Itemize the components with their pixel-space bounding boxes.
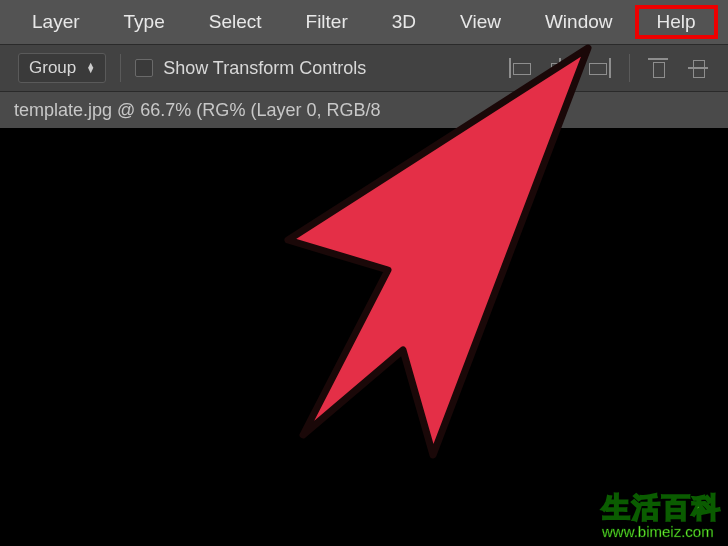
menu-bar: Layer Type Select Filter 3D View Window … — [0, 0, 728, 44]
watermark-url: www.bimeiz.com — [602, 523, 722, 540]
menu-3d[interactable]: 3D — [370, 5, 438, 39]
show-transform-controls[interactable]: Show Transform Controls — [135, 58, 366, 79]
checkbox-icon — [135, 59, 153, 77]
menu-view[interactable]: View — [438, 5, 523, 39]
document-title-start: template.jpg @ 66.7% (RG — [14, 100, 229, 121]
document-title-end: % (Layer 0, RGB/8 — [229, 100, 380, 121]
document-tab[interactable]: template.jpg @ 66.7% (RG % (Layer 0, RGB… — [4, 94, 390, 127]
menu-select[interactable]: Select — [187, 5, 284, 39]
document-tab-bar: template.jpg @ 66.7% (RG % (Layer 0, RGB… — [0, 92, 728, 128]
group-dropdown[interactable]: Group ▲▼ — [18, 53, 106, 83]
menu-type[interactable]: Type — [102, 5, 187, 39]
options-bar: Group ▲▼ Show Transform Controls — [0, 44, 728, 92]
align-top-icon[interactable] — [648, 58, 670, 78]
menu-window[interactable]: Window — [523, 5, 635, 39]
group-dropdown-label: Group — [29, 58, 76, 78]
canvas-area[interactable] — [0, 128, 728, 546]
menu-filter[interactable]: Filter — [284, 5, 370, 39]
show-transform-label: Show Transform Controls — [163, 58, 366, 79]
align-center-horizontal-icon[interactable] — [549, 58, 571, 78]
menu-layer[interactable]: Layer — [10, 5, 102, 39]
watermark: 生活百科 www.bimeiz.com — [602, 489, 722, 540]
menu-help[interactable]: Help — [635, 5, 718, 39]
align-left-icon[interactable] — [509, 58, 531, 78]
updown-icon: ▲▼ — [86, 63, 95, 73]
divider — [120, 54, 121, 82]
align-right-icon[interactable] — [589, 58, 611, 78]
watermark-text: 生活百科 — [602, 489, 722, 527]
align-center-vertical-icon[interactable] — [688, 58, 710, 78]
align-buttons — [509, 54, 710, 82]
divider — [629, 54, 630, 82]
